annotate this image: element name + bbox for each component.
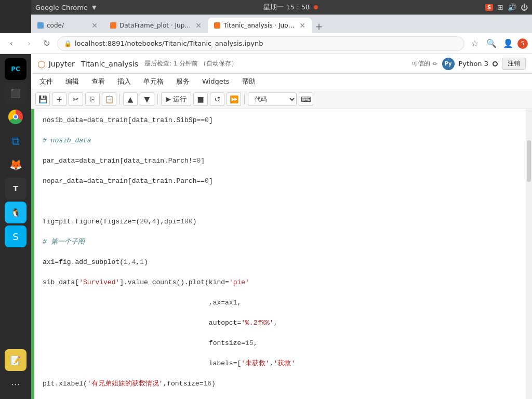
sohu-account-icon[interactable]: S (517, 38, 528, 49)
trusted-badge: 可信的 ✏️ (411, 59, 437, 68)
run-cell-button[interactable]: ▶ 运行 (161, 92, 191, 106)
skype-symbol: S (12, 231, 18, 242)
back-button[interactable]: ‹ (4, 36, 19, 51)
reload-button[interactable]: ↻ (39, 36, 54, 51)
pycharm-label: PC (11, 65, 20, 73)
sidebar-vscode-icon[interactable]: ⧉ (5, 130, 26, 152)
menu-help[interactable]: 帮助 (240, 76, 258, 87)
vscode-symbol: ⧉ (11, 135, 20, 148)
keyboard-shortcuts-button[interactable]: ⌨ (299, 92, 313, 106)
add-cell-button[interactable]: + (52, 92, 66, 106)
firefox-symbol: 🦊 (9, 158, 22, 171)
kernel-label: Python 3 (459, 60, 488, 68)
menu-cell[interactable]: 单元格 (141, 76, 166, 87)
tab-bar: code/ ✕ DataFrame_plot · Jupyte... ✕ Tit… (0, 15, 532, 33)
new-tab-button[interactable]: + (312, 19, 326, 33)
cell-type-select[interactable]: 代码 Markdown Raw (248, 92, 297, 106)
jupyter-toolbar: 💾 + ✂ ⎘ 📋 ▲ ▼ ▶ 运行 ■ ↺ ⏩ 代码 Mark (31, 89, 532, 109)
menu-widgets[interactable]: Widgets (200, 76, 232, 86)
scrollbar-thumb[interactable] (527, 140, 531, 182)
notebook-title[interactable]: Titanic_analysis (81, 60, 138, 68)
cut-button[interactable]: ✂ (69, 92, 83, 106)
python-kernel-badge: Py (442, 58, 455, 70)
notification-dot (314, 5, 318, 9)
separator2 (157, 94, 158, 104)
move-up-button[interactable]: ▲ (123, 92, 138, 106)
python-py: Py (445, 61, 452, 66)
sidebar-notes-icon[interactable]: 📝 (5, 349, 26, 371)
paste-button[interactable]: 📋 (102, 92, 116, 106)
code-line-3: par_data=data_train[data_train.Parch!=0] (43, 156, 517, 166)
kernel-busy-indicator (493, 61, 498, 66)
sidebar-qq-icon[interactable]: 🐧 (5, 202, 26, 223)
tab-title-titanic: Titanic_analysis · Jupyte... (223, 22, 296, 29)
tab-close-code[interactable]: ✕ (91, 21, 98, 30)
code-line-14: plt.xlabel('有兄弟姐妹的获救情况',fontsize=16) (43, 379, 517, 389)
menu-file[interactable]: 文件 (37, 76, 55, 87)
run-label: 运行 (173, 95, 187, 104)
sidebar-pycharm-icon[interactable]: PC (5, 58, 26, 80)
power-icon: ⏻ (521, 3, 528, 11)
address-bar-row: ‹ › ↻ 🔒 localhost:8891/notebooks/Titanic… (0, 33, 532, 54)
menu-insert[interactable]: 插入 (115, 76, 133, 87)
sidebar-firefox-icon[interactable]: 🦊 (5, 154, 26, 176)
cell-content[interactable]: nosib_data=data_train[data_train.SibSp==… (34, 109, 526, 399)
notebook-saved-status: 最后检查: 1 分钟前 （自动保存） (144, 59, 237, 68)
interrupt-button[interactable]: ■ (193, 92, 208, 106)
chrome-inner-circle (13, 114, 18, 119)
sidebar-chrome-icon[interactable] (5, 106, 26, 128)
tab-close-df[interactable]: ✕ (195, 21, 202, 30)
code-line-9: sib_data['Survived'].value_counts().plot… (43, 277, 517, 288)
logout-button[interactable]: 注销 (502, 58, 526, 70)
menu-kernel[interactable]: 服务 (174, 76, 192, 87)
volume-icon: 🔊 (508, 3, 516, 11)
tab-close-titanic[interactable]: ✕ (299, 21, 305, 30)
notes-symbol: 📝 (10, 355, 21, 365)
code-line-10: ,ax=ax1, (43, 298, 517, 308)
vertical-scrollbar[interactable] (526, 109, 532, 399)
app-menu-arrow: ▼ (92, 4, 96, 11)
account-button[interactable]: 👤 (501, 36, 515, 51)
separator1 (119, 94, 120, 104)
tab-favicon-titanic (214, 22, 220, 29)
browser-window: code/ ✕ DataFrame_plot · Jupyte... ✕ Tit… (0, 15, 532, 399)
tab-titanic[interactable]: Titanic_analysis · Jupyte... ✕ (208, 18, 312, 33)
code-editor[interactable]: nosib_data=data_train[data_train.SibSp==… (34, 111, 526, 399)
sohu-icon: S (485, 4, 493, 11)
jupyter-logo-text: Jupyter (49, 60, 75, 68)
code-line-1: nosib_data=data_train[data_train.SibSp==… (43, 115, 517, 126)
menu-view[interactable]: 查看 (89, 76, 107, 87)
url-text: localhost:8891/notebooks/Titanic/Titanic… (75, 39, 458, 47)
restart-button[interactable]: ↺ (210, 92, 224, 106)
system-bar-right: S ⊞ 🔊 ⏻ (485, 3, 528, 11)
run-icon: ▶ (166, 95, 171, 103)
forward-button[interactable]: › (22, 36, 36, 51)
jupyter-logo-icon: ○ (37, 58, 46, 69)
restart-run-button[interactable]: ⏩ (227, 92, 241, 106)
code-line-5 (43, 196, 517, 207)
browser-app-name: Google Chrome (35, 4, 88, 11)
bookmark-star-button[interactable]: ☆ (468, 36, 482, 51)
code-line-8: ax1=fig.add_subplot(1,4,1) (43, 257, 517, 268)
edit-icon: ✏️ (432, 60, 437, 68)
jupyter-logo: ○ Jupyter (37, 58, 75, 69)
jupyter-header: ○ Jupyter Titanic_analysis 最后检查: 1 分钟前 （… (31, 54, 532, 74)
texmaker-symbol: T (13, 184, 18, 193)
copy-button[interactable]: ⎘ (85, 92, 100, 106)
tab-dataframe[interactable]: DataFrame_plot · Jupyte... ✕ (104, 18, 208, 33)
terminal-symbol: ⬛ (10, 88, 21, 98)
tab-code[interactable]: code/ ✕ (31, 18, 104, 33)
menu-edit[interactable]: 编辑 (63, 76, 81, 87)
lock-icon: 🔒 (64, 40, 72, 47)
code-line-4: nopar_data=data_train[data_train.Parch==… (43, 176, 517, 187)
save-button[interactable]: 💾 (35, 92, 50, 106)
address-box[interactable]: 🔒 localhost:8891/notebooks/Titanic/Titan… (57, 36, 464, 51)
search-button[interactable]: 🔍 (484, 36, 499, 51)
sidebar-settings-icon[interactable]: ⋯ (5, 373, 26, 395)
sidebar-terminal-icon[interactable]: ⬛ (5, 82, 26, 104)
move-down-button[interactable]: ▼ (140, 92, 154, 106)
notebook-area[interactable]: nosib_data=data_train[data_train.SibSp==… (31, 109, 532, 399)
sidebar-skype-icon[interactable]: S (5, 225, 26, 247)
sidebar-texmaker-icon[interactable]: T (5, 178, 26, 200)
jupyter-menubar: 文件 编辑 查看 插入 单元格 服务 Widgets 帮助 (31, 74, 532, 89)
